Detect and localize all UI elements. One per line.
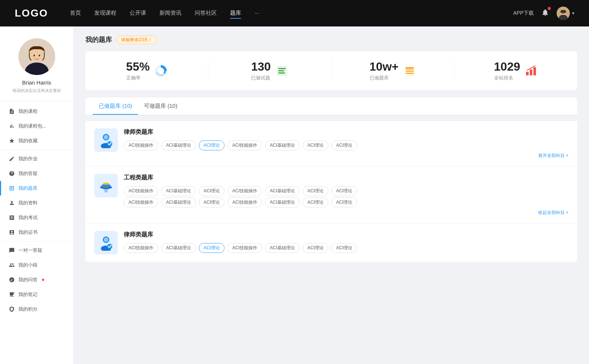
nav-qbank[interactable]: 题库: [230, 8, 241, 19]
sidebar: Brian Harris 错误的决定比没有决定要好 我的课程 我的课程包...: [0, 26, 74, 364]
svg-rect-15: [278, 72, 285, 74]
nav-discover[interactable]: 发现课程: [94, 8, 116, 19]
nav-home[interactable]: 首页: [70, 8, 81, 19]
tag[interactable]: ACI技能操作: [228, 243, 262, 253]
sidebar-item-myqa[interactable]: 我的问答: [0, 272, 73, 287]
qbank-card-header-2: 工程类题库 ACI技能操作 ACI基础理论 ACI理论 ACI技能操作 ACI基…: [94, 174, 568, 216]
tags-row-engineer-2: ACI技能操作 ACI基础理论 ACI理论 ACI技能操作 ACI基础理论 AC…: [124, 197, 568, 207]
tag[interactable]: ACI理论: [331, 186, 357, 196]
sidebar-item-notes[interactable]: 我的笔记: [0, 287, 73, 302]
svg-rect-17: [406, 68, 414, 69]
stat-accuracy-value: 55%: [126, 60, 150, 73]
nav-openclass[interactable]: 公开课: [130, 8, 146, 19]
profile-motto: 错误的决定比没有决定要好: [13, 88, 61, 93]
tag[interactable]: ACI理论: [303, 186, 328, 196]
app-download-link[interactable]: APP下载: [513, 10, 534, 17]
sidebar-label-packages: 我的课程包...: [18, 123, 46, 129]
svg-point-7: [33, 55, 35, 57]
notification-bell[interactable]: [541, 8, 549, 18]
tag[interactable]: ACI技能操作: [228, 186, 262, 196]
tab-available[interactable]: 可做题库 (10): [138, 97, 183, 115]
tag[interactable]: ACI理论: [331, 140, 357, 150]
tags-row-lawyer2: ACI技能操作 ACI基础理论 ACI理论 ACI技能操作 ACI基础理论 AC…: [124, 243, 568, 253]
qbank-card-engineer: 工程类题库 ACI技能操作 ACI基础理论 ACI理论 ACI技能操作 ACI基…: [85, 167, 577, 224]
qbank-card-lawyer1: 律师类题库 ACI技能操作 ACI基础理论 ACI理论 ACI技能操作 ACI基…: [85, 121, 577, 167]
sidebar-item-qa[interactable]: 我的答疑: [0, 166, 73, 181]
tag[interactable]: ACI技能操作: [124, 197, 158, 207]
qbank-info-3: 律师类题库 ACI技能操作 ACI基础理论 ACI理论 ACI技能操作 ACI基…: [124, 231, 568, 254]
svg-rect-30: [103, 183, 109, 185]
table-icon: [9, 185, 15, 191]
tag[interactable]: ACI理论: [303, 140, 328, 150]
tag[interactable]: ACI技能操作: [228, 197, 262, 207]
tag[interactable]: ACI理论: [199, 197, 225, 207]
sidebar-label-homework: 我的作业: [18, 156, 38, 162]
expand-link-lawyer1[interactable]: 展开全部科目 >: [124, 153, 568, 159]
tag-active[interactable]: ACI理论: [199, 243, 225, 253]
notification-badge: [548, 7, 551, 10]
sidebar-item-packages[interactable]: 我的课程包...: [0, 119, 73, 133]
stat-questions-label: 已做试题: [251, 75, 271, 81]
cert-icon: [9, 229, 15, 235]
profile-name: Brian Harris: [22, 79, 51, 86]
sidebar-item-tutor[interactable]: 一对一答疑: [0, 243, 73, 258]
score-icon: [9, 306, 15, 312]
svg-point-31: [104, 189, 108, 193]
tag-active[interactable]: ACI理论: [199, 140, 225, 150]
tag[interactable]: ACI基础理论: [265, 243, 300, 253]
sidebar-label-points: 我的积分: [18, 306, 38, 313]
sidebar-label-exams: 我的考试: [18, 214, 38, 221]
stat-banks-value: 10w+: [370, 60, 399, 73]
qbank-name-engineer: 工程类题库: [124, 174, 568, 182]
qbank-card-header: 律师类题库 ACI技能操作 ACI基础理论 ACI理论 ACI技能操作 ACI基…: [94, 128, 568, 159]
collapse-link-engineer[interactable]: 收起全部科目 >: [124, 210, 568, 216]
tag[interactable]: ACI基础理论: [265, 140, 300, 150]
nav-qa[interactable]: 问答社区: [195, 8, 217, 19]
tag[interactable]: ACI理论: [331, 243, 357, 253]
svg-point-34: [104, 238, 108, 242]
tag[interactable]: ACI基础理论: [265, 186, 300, 196]
tag[interactable]: ACI理论: [303, 197, 328, 207]
tag[interactable]: ACI基础理论: [161, 197, 196, 207]
sidebar-item-favorites[interactable]: 我的收藏: [0, 133, 73, 148]
sidebar-item-points[interactable]: 我的积分: [0, 302, 73, 317]
tag[interactable]: ACI理论: [199, 186, 225, 196]
tag[interactable]: ACI理论: [331, 197, 357, 207]
user-avatar-wrap[interactable]: ▾: [557, 7, 574, 20]
tag[interactable]: ACI技能操作: [124, 243, 158, 253]
nav-news[interactable]: 新闻资讯: [159, 8, 181, 19]
sidebar-item-certs[interactable]: 我的证书: [0, 225, 73, 240]
tag[interactable]: ACI技能操作: [124, 186, 158, 196]
tag[interactable]: ACI理论: [303, 243, 328, 253]
sidebar-item-courses[interactable]: 我的课程: [0, 104, 73, 119]
main-content: 我的题库 体验剩余23天！ 55% 正确率: [74, 26, 589, 364]
navbar-right: APP下载 ▾: [513, 7, 574, 20]
sidebar-item-groups[interactable]: 我的小组: [0, 258, 73, 272]
tag[interactable]: ACI基础理论: [161, 243, 196, 253]
tag[interactable]: ACI基础理论: [161, 140, 196, 150]
qa-icon: [9, 277, 15, 283]
sidebar-label-notes: 我的笔记: [18, 291, 38, 298]
trial-badge: 体验剩余23天！: [116, 36, 157, 44]
sidebar-label-groups: 我的小组: [18, 262, 38, 268]
stat-banks-label: 已做题库: [370, 75, 399, 81]
sidebar-item-qbank[interactable]: 我的题库: [0, 181, 73, 196]
sidebar-item-homework[interactable]: 我的作业: [0, 151, 73, 166]
svg-point-11: [158, 68, 164, 74]
sidebar-label-courses: 我的课程: [18, 108, 38, 115]
tag[interactable]: ACI技能操作: [124, 140, 158, 150]
tag[interactable]: ACI基础理论: [265, 197, 300, 207]
tags-row-engineer-1: ACI技能操作 ACI基础理论 ACI理论 ACI技能操作 ACI基础理论 AC…: [124, 186, 568, 196]
svg-rect-22: [530, 69, 532, 75]
sidebar-label-qa: 我的答疑: [18, 170, 38, 177]
nav-menu: 首页 发现课程 公开课 新闻资讯 问答社区 题库 ···: [70, 8, 513, 19]
svg-rect-19: [406, 73, 414, 74]
tag[interactable]: ACI基础理论: [161, 186, 196, 196]
person-icon: [9, 200, 15, 206]
tag[interactable]: ACI技能操作: [228, 140, 262, 150]
tags-row-lawyer1: ACI技能操作 ACI基础理论 ACI理论 ACI技能操作 ACI基础理论 AC…: [124, 140, 568, 150]
tab-done[interactable]: 已做题库 (10): [93, 97, 138, 115]
sidebar-item-profile[interactable]: 我的资料: [0, 196, 73, 210]
nav-more[interactable]: ···: [254, 8, 259, 19]
sidebar-item-exams[interactable]: 我的考试: [0, 210, 73, 225]
